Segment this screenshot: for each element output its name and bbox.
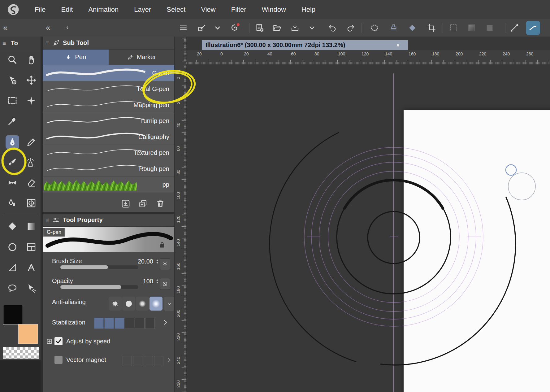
menu-view[interactable]: View [201, 6, 215, 14]
tool-airbrush[interactable] [24, 155, 38, 169]
menu-window[interactable]: Window [262, 6, 286, 14]
tool-blend[interactable] [6, 196, 19, 210]
selection-dashed-button[interactable] [448, 22, 459, 33]
delete-sub-tool-button[interactable] [156, 199, 165, 208]
anti-aliasing-option-none[interactable] [109, 297, 122, 311]
tool-pen[interactable] [6, 135, 19, 149]
clip-studio-logo[interactable] [7, 3, 20, 16]
stabilization-segment[interactable] [94, 318, 104, 329]
redo-button[interactable] [345, 22, 356, 33]
anti-aliasing-option-strong[interactable] [149, 297, 162, 311]
opacity-slider[interactable] [60, 285, 138, 289]
tool-balloon[interactable] [6, 281, 19, 295]
subtool-item-calligraphy[interactable]: Calligraphy [43, 129, 174, 145]
tool-auto-select[interactable] [24, 94, 38, 107]
brush-size-dynamics-button[interactable] [160, 258, 170, 270]
tool-text[interactable] [24, 261, 38, 274]
tool-marquee[interactable] [6, 94, 19, 107]
undo-button[interactable] [327, 22, 338, 33]
adjust-by-speed-checkbox[interactable] [54, 337, 63, 345]
menu-file[interactable]: File [35, 6, 45, 14]
sub-tool-header[interactable]: ≡ Sub Tool [43, 37, 174, 50]
sub-color-swatch[interactable] [18, 324, 38, 344]
lock-icon[interactable] [158, 241, 166, 249]
stabilization-segment[interactable] [115, 318, 124, 329]
tool-stream-line[interactable] [24, 281, 38, 295]
subtool-item-rough-pen[interactable]: Rough pen [43, 161, 174, 177]
save-canvas-button[interactable] [289, 22, 301, 33]
duplicate-sub-tool-button[interactable] [138, 199, 148, 208]
tool-figure[interactable] [6, 240, 19, 254]
expand-plus-icon[interactable] [46, 338, 52, 344]
document-tab[interactable]: Illustration6* (300.00 x 300.00mm 72dpi … [202, 40, 408, 50]
stabilization-segment[interactable] [104, 318, 114, 329]
save-dropdown-button[interactable] [306, 22, 318, 33]
stamp-tool-button[interactable] [388, 22, 399, 33]
vector-magnet-checkbox[interactable] [54, 356, 63, 364]
canvas[interactable] [404, 110, 550, 392]
tool-zoom[interactable] [6, 53, 19, 67]
tool-frame[interactable] [24, 240, 38, 254]
tool-property-header[interactable]: ≡ Tool Property [43, 214, 174, 227]
tool-eyedropper[interactable] [6, 114, 19, 128]
import-sub-tool-button[interactable] [121, 199, 130, 208]
stabilization-segment[interactable] [125, 318, 134, 329]
menu-help[interactable]: Help [301, 6, 315, 14]
tool-pencil[interactable] [24, 135, 38, 149]
tab-marker[interactable]: Marker [109, 50, 175, 65]
subtool-item-mapping-pen[interactable]: Mapping pen [43, 97, 174, 113]
menu-layer[interactable]: Layer [134, 6, 151, 14]
brush-size-stepper[interactable] [155, 259, 160, 266]
selection-gradient-button[interactable] [466, 22, 477, 33]
anti-aliasing-option-weak[interactable] [122, 297, 135, 311]
subtool-item-turnip-pen[interactable]: Turnip pen [43, 113, 174, 129]
anti-aliasing-option-middle[interactable] [136, 297, 149, 311]
special-ruler-snap-button[interactable] [509, 22, 520, 33]
frame-border-button[interactable] [426, 22, 437, 33]
horizontal-ruler[interactable]: 20020406080100120140160180200220240260 [186, 50, 550, 64]
register-work-button[interactable] [229, 22, 240, 33]
new-canvas-button[interactable] [254, 22, 265, 33]
open-canvas-button[interactable] [271, 22, 283, 33]
tool-object[interactable] [6, 73, 19, 87]
menu-animation[interactable]: Animation [88, 6, 119, 14]
tool-property-menu-icon[interactable]: ≡ [46, 217, 49, 224]
subtool-item-real-g-pen[interactable]: Real G-pen [43, 81, 174, 97]
collapse-left-button[interactable]: « [3, 22, 7, 33]
tool-move[interactable] [24, 73, 38, 87]
opacity-stepper[interactable] [155, 279, 160, 285]
main-color-swatch[interactable] [3, 305, 23, 325]
tab-pen[interactable]: Pen [43, 50, 109, 65]
menu-select[interactable]: Select [167, 6, 185, 14]
stabilization-segment[interactable] [135, 318, 145, 329]
panel-collapse-button[interactable]: « [46, 22, 50, 33]
stylus-edit-button[interactable] [196, 22, 207, 33]
brush-size-value[interactable]: 20.00 [138, 258, 153, 265]
menu-filter[interactable]: Filter [231, 6, 246, 14]
snap-diamond-button[interactable] [407, 22, 418, 33]
stabilization-segment[interactable] [145, 318, 155, 329]
current-brush-button[interactable] [526, 21, 540, 35]
subtool-item-g-pen[interactable]: G-pen [43, 65, 174, 81]
transparent-color-swatch[interactable] [3, 347, 39, 359]
tool-eraser[interactable] [24, 176, 38, 189]
menu-edit[interactable]: Edit [61, 6, 73, 14]
tool-palette-header[interactable]: ≡ To [0, 37, 41, 50]
main-menu-button[interactable] [178, 22, 189, 33]
stabilization-expand-icon[interactable] [162, 319, 169, 326]
tool-decoration[interactable] [6, 176, 19, 189]
panel-back-button[interactable]: ‹ [66, 22, 68, 33]
tool-brush[interactable] [6, 155, 19, 169]
selection-fill-button[interactable] [484, 22, 495, 33]
opacity-value[interactable]: 100 [143, 278, 153, 285]
subtool-item-pp[interactable]: pp [43, 177, 174, 193]
tool-fill[interactable] [6, 220, 19, 233]
tool-dropdown-button[interactable] [212, 22, 223, 33]
anti-aliasing-dropdown[interactable] [164, 297, 174, 311]
subtool-item-textured-pen[interactable]: Textured pen [43, 145, 174, 161]
brush-size-slider[interactable] [60, 265, 138, 269]
sub-tool-menu-icon[interactable]: ≡ [46, 40, 49, 46]
tool-palette-menu-icon[interactable]: ≡ [2, 40, 6, 47]
vertical-ruler[interactable]: 020406080100120140160180200220240260 [174, 37, 186, 392]
selection-launcher-button[interactable] [369, 22, 380, 33]
